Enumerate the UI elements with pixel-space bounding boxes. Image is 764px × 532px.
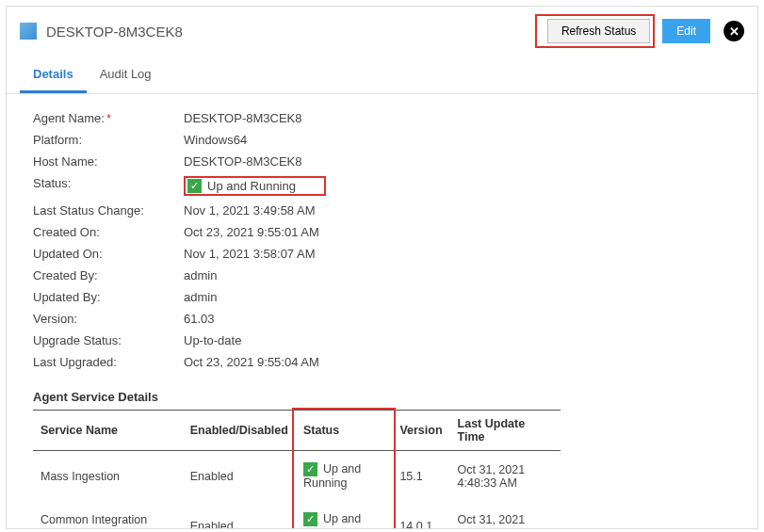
value-host-name: DESKTOP-8M3CEK8	[184, 154, 301, 169]
refresh-status-button[interactable]: Refresh Status	[547, 19, 650, 43]
value-last-status-change: Nov 1, 2021 3:49:58 AM	[184, 203, 315, 218]
label-created-by: Created By:	[33, 268, 184, 282]
cell-status: Up and Running	[296, 451, 392, 502]
col-status: Status	[296, 411, 392, 451]
value-updated-by: admin	[184, 290, 217, 304]
label-status: Status:	[33, 176, 184, 196]
label-upgrade-status: Upgrade Status:	[33, 333, 184, 347]
cell-service-name: Common Integration Components	[33, 501, 183, 529]
service-details-title: Agent Service Details	[33, 390, 731, 404]
close-icon[interactable]: ✕	[723, 21, 744, 41]
refresh-highlight: Refresh Status	[535, 14, 655, 48]
status-highlight: Up and Running	[184, 176, 326, 196]
value-last-upgraded: Oct 23, 2021 9:55:04 AM	[184, 355, 319, 369]
label-updated-by: Updated By:	[33, 290, 184, 304]
cell-status: Up and Running	[296, 501, 392, 529]
label-agent-name: Agent Name:*	[33, 111, 184, 125]
value-created-by: admin	[184, 268, 217, 282]
tab-details[interactable]: Details	[20, 59, 87, 93]
col-enabled: Enabled/Disabled	[183, 411, 296, 451]
table-header-row: Service Name Enabled/Disabled Status Ver…	[33, 411, 561, 451]
table-row: Mass IngestionEnabledUp and Running15.1O…	[33, 451, 561, 502]
label-updated-on: Updated On:	[33, 247, 184, 261]
value-updated-on: Nov 1, 2021 3:58:07 AM	[184, 247, 315, 261]
value-version: 61.03	[184, 312, 215, 326]
cell-service-name: Mass Ingestion	[33, 451, 183, 502]
cell-version: 15.1	[392, 451, 449, 502]
label-created-on: Created On:	[33, 225, 184, 239]
check-icon	[187, 179, 202, 193]
agent-icon	[20, 23, 37, 40]
edit-button[interactable]: Edit	[662, 19, 710, 43]
label-version: Version:	[33, 312, 184, 326]
agent-panel: DESKTOP-8M3CEK8 Refresh Status Edit ✕ De…	[6, 6, 758, 529]
check-icon	[303, 512, 317, 526]
label-last-status-change: Last Status Change:	[33, 203, 184, 218]
col-last-update: Last Update Time	[450, 411, 561, 451]
service-table-wrap: Service Name Enabled/Disabled Status Ver…	[33, 410, 731, 529]
col-service-name: Service Name	[33, 411, 183, 451]
check-icon	[303, 462, 317, 476]
cell-last-update: Oct 31, 2021 4:48:33 AM	[450, 451, 561, 502]
value-platform: Windows64	[184, 133, 247, 147]
tab-bar: Details Audit Log	[7, 59, 757, 94]
details-content: Agent Name:* DESKTOP-8M3CEK8 Platform: W…	[7, 94, 757, 529]
required-indicator: *	[106, 111, 111, 125]
cell-enabled: Enabled	[183, 501, 296, 529]
cell-version: 14.0.1	[392, 501, 449, 529]
page-title: DESKTOP-8M3CEK8	[46, 24, 535, 40]
label-platform: Platform:	[33, 133, 184, 147]
table-row: Common Integration ComponentsEnabledUp a…	[33, 501, 561, 529]
cell-last-update: Oct 31, 2021 5:01:56 AM	[450, 501, 561, 529]
value-upgrade-status: Up-to-date	[184, 333, 241, 347]
service-table: Service Name Enabled/Disabled Status Ver…	[33, 410, 561, 529]
label-last-upgraded: Last Upgraded:	[33, 355, 184, 369]
tab-audit-log[interactable]: Audit Log	[87, 59, 165, 93]
status-text: Up and Running	[207, 179, 296, 193]
col-version: Version	[392, 411, 449, 451]
value-agent-name: DESKTOP-8M3CEK8	[184, 111, 301, 125]
cell-enabled: Enabled	[183, 451, 296, 502]
value-created-on: Oct 23, 2021 9:55:01 AM	[184, 225, 319, 239]
panel-header: DESKTOP-8M3CEK8 Refresh Status Edit ✕	[7, 7, 757, 54]
value-status: Up and Running	[184, 176, 326, 196]
label-host-name: Host Name:	[33, 154, 184, 169]
